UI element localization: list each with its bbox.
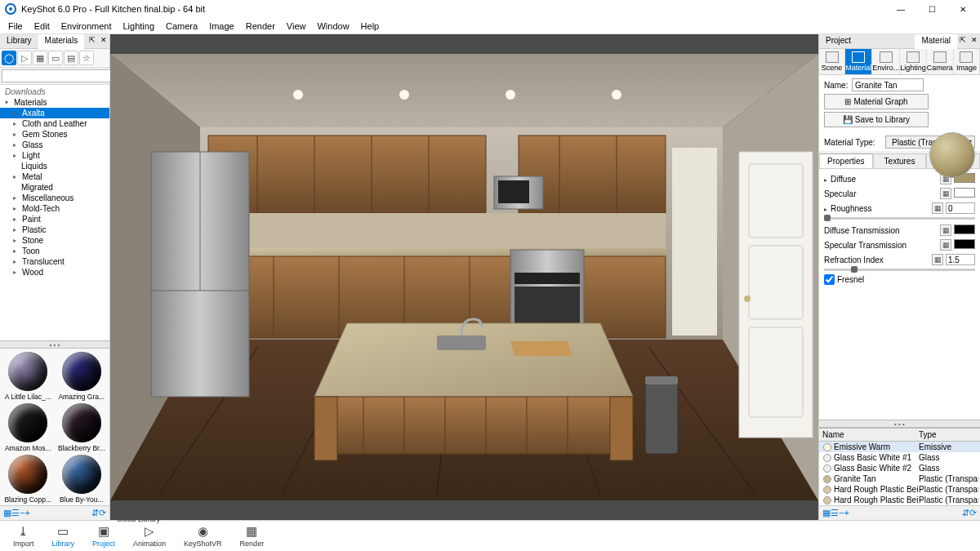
specular-color-swatch[interactable] xyxy=(954,188,975,198)
refraction-texture-button[interactable]: ▦ xyxy=(932,254,943,265)
render-viewport[interactable] xyxy=(110,34,818,520)
menu-file[interactable]: File xyxy=(3,20,28,33)
tree-item-light[interactable]: ▸Light xyxy=(0,150,109,161)
scene-tab[interactable]: Scene xyxy=(819,49,845,74)
roughness-slider[interactable]: .slider::after{left:calc(var(--p,0)*1%)} xyxy=(824,217,975,220)
material-row[interactable]: Emissive WarmEmissive xyxy=(819,442,980,452)
image-tab[interactable]: Image xyxy=(954,49,980,74)
menu-environment[interactable]: Environment xyxy=(56,20,117,33)
spectrans-color-swatch[interactable] xyxy=(954,239,975,249)
menu-help[interactable]: Help xyxy=(356,20,385,33)
environments-category-icon[interactable]: ▦ xyxy=(33,51,47,65)
scene-materials-list[interactable]: Emissive WarmEmissiveGlass Basic White #… xyxy=(819,442,980,505)
material-preview-sphere[interactable] xyxy=(929,132,975,178)
menu-render[interactable]: Render xyxy=(241,20,280,33)
tree-item-translucent[interactable]: ▸Translucent xyxy=(0,256,109,267)
project-tab[interactable]: Project xyxy=(819,34,858,48)
matlist-sort-icon[interactable]: ⇵ xyxy=(962,508,969,518)
library-button[interactable]: ▭Library xyxy=(52,524,75,548)
tree-item-plastic[interactable]: ▸Plastic xyxy=(0,224,109,235)
tree-item-moldtech[interactable]: ▸Mold-Tech xyxy=(0,203,109,214)
material-row[interactable]: Hard Rough Plastic Beige #1Plastic (Tran… xyxy=(819,495,980,505)
keyshotvr-button[interactable]: ◉KeyShotVR xyxy=(184,524,222,548)
tree-item-misc[interactable]: ▸Miscellaneous xyxy=(0,193,109,203)
tree-materials-root[interactable]: ▾Materials xyxy=(0,97,109,108)
camera-tab[interactable]: Camera xyxy=(927,49,954,74)
tree-item-metal[interactable]: ▸Metal xyxy=(0,171,109,182)
matlist-list-icon[interactable]: ☰ xyxy=(831,508,839,518)
refraction-input[interactable] xyxy=(946,254,975,265)
material-panel-tab[interactable]: Material xyxy=(915,34,957,49)
fresnel-checkbox[interactable] xyxy=(824,274,835,285)
material-thumb[interactable]: A Little Lilac_... xyxy=(2,350,55,401)
panel-undock-icon[interactable]: ⇱ xyxy=(87,34,98,48)
matlist-refresh-icon[interactable]: ⟳ xyxy=(969,508,977,518)
colors-category-icon[interactable]: ▷ xyxy=(17,51,32,65)
tree-item-wood[interactable]: ▸Wood xyxy=(0,267,109,278)
mat-list-splitter[interactable]: • • • xyxy=(819,420,980,428)
grid-view-icon[interactable]: ▦ xyxy=(3,508,11,518)
menu-image[interactable]: Image xyxy=(204,20,239,33)
save-to-library-button[interactable]: 💾Save to Library xyxy=(824,112,929,127)
tree-item-stone[interactable]: ▸Stone xyxy=(0,235,109,246)
tree-item-gemstones[interactable]: ▸Gem Stones xyxy=(0,129,109,140)
difftrans-texture-button[interactable]: ▦ xyxy=(940,224,951,236)
environment-tab[interactable]: Enviro... xyxy=(872,49,900,74)
textures-subtab[interactable]: Textures xyxy=(873,153,927,168)
material-row[interactable]: Glass Basic White #1Glass xyxy=(819,452,980,463)
material-row[interactable]: Hard Rough Plastic BeigePlastic (Transpa… xyxy=(819,484,980,495)
tree-item-axalta[interactable]: ▸Axalta xyxy=(0,108,109,118)
col-name[interactable]: Name xyxy=(819,429,915,441)
menu-camera[interactable]: Camera xyxy=(161,20,203,33)
render-button[interactable]: ▦Render xyxy=(240,524,265,548)
roughness-input[interactable] xyxy=(946,202,975,214)
material-tree[interactable]: Downloads ▾Materials ▸Axalta ▸Cloth and … xyxy=(0,85,109,340)
material-thumb[interactable]: Amazing Gra... xyxy=(56,350,109,401)
backplates-category-icon[interactable]: ▭ xyxy=(48,51,63,65)
panel-close-icon[interactable]: ✕ xyxy=(98,34,109,48)
tree-item-glass[interactable]: ▸Glass xyxy=(0,140,109,150)
spectrans-texture-button[interactable]: ▦ xyxy=(940,239,951,251)
col-type[interactable]: Type xyxy=(915,429,940,441)
materials-category-icon[interactable]: ◯ xyxy=(2,51,16,65)
tree-item-migrated[interactable]: Migrated xyxy=(0,182,109,193)
refraction-slider[interactable] xyxy=(824,269,975,271)
materials-tab[interactable]: Materials xyxy=(38,34,85,49)
material-row[interactable]: Glass Basic White #2Glass xyxy=(819,463,980,473)
material-thumb[interactable]: Blazing Copp... xyxy=(2,453,55,504)
material-tab[interactable]: Material xyxy=(845,49,872,74)
panel-undock-icon-r[interactable]: ⇱ xyxy=(957,34,969,48)
import-button[interactable]: ⤓Import xyxy=(13,524,34,548)
thumb-splitter[interactable]: • • • xyxy=(0,340,109,349)
menu-lighting[interactable]: Lighting xyxy=(118,20,159,33)
menu-view[interactable]: View xyxy=(282,20,311,33)
panel-close-icon-r[interactable]: ✕ xyxy=(969,34,980,48)
material-thumb[interactable]: Blackberry Br... xyxy=(56,402,109,452)
textures-category-icon[interactable]: ▤ xyxy=(64,51,78,65)
tree-item-liquids[interactable]: Liquids xyxy=(0,161,109,171)
minimize-button[interactable]: — xyxy=(885,0,916,18)
material-name-input[interactable] xyxy=(852,78,924,91)
tree-item-toon[interactable]: ▸Toon xyxy=(0,246,109,256)
properties-subtab[interactable]: Properties xyxy=(819,153,873,168)
material-thumb[interactable]: Amazon Mos... xyxy=(2,402,55,452)
project-button[interactable]: ▣Project xyxy=(92,524,115,548)
close-button[interactable]: ✕ xyxy=(947,0,978,18)
tree-item-paint[interactable]: ▸Paint xyxy=(0,214,109,224)
lighting-tab[interactable]: Lighting xyxy=(900,49,927,74)
maximize-button[interactable]: ☐ xyxy=(916,0,947,18)
favorites-category-icon[interactable]: ☆ xyxy=(79,51,94,65)
difftrans-color-swatch[interactable] xyxy=(954,224,975,234)
roughness-texture-button[interactable]: ▦ xyxy=(932,202,943,214)
menu-window[interactable]: Window xyxy=(312,20,354,33)
specular-texture-button[interactable]: ▦ xyxy=(940,188,951,199)
material-row[interactable]: Granite TanPlastic (Transparen xyxy=(819,473,980,484)
library-search-input[interactable] xyxy=(2,69,114,82)
matlist-grid-icon[interactable]: ▦ xyxy=(822,508,831,518)
material-thumb[interactable]: Blue By-You... xyxy=(56,453,109,504)
tree-item-cloth[interactable]: ▸Cloth and Leather xyxy=(0,118,109,129)
tree-downloads[interactable]: Downloads xyxy=(0,87,109,97)
library-tab[interactable]: Library xyxy=(0,34,38,48)
animation-button[interactable]: ▷Animation xyxy=(133,524,166,548)
menu-edit[interactable]: Edit xyxy=(29,20,55,33)
